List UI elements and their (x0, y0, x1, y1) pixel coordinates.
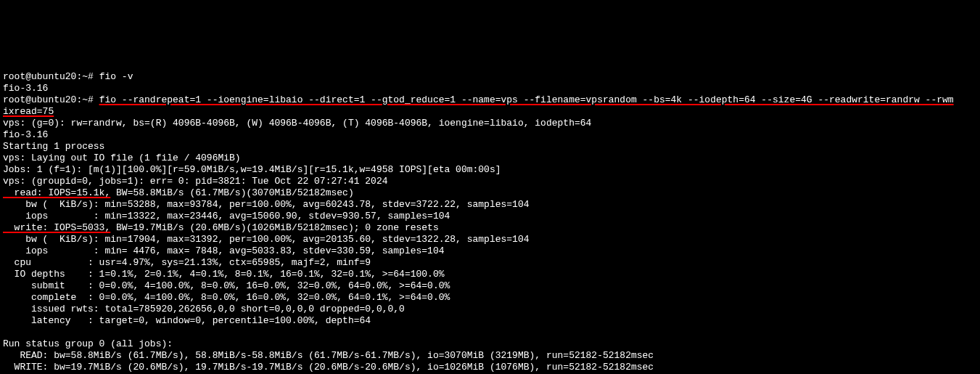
command-text-cont: ixread=75 (3, 106, 54, 117)
output-line: iops : min=13322, max=23446, avg=15060.9… (3, 211, 450, 221)
output-line: latency : target=0, window=0, percentile… (3, 315, 371, 326)
output-line: BW=19.7MiB/s (20.6MB/s)(1026MiB/52182mse… (110, 222, 438, 233)
output-line: bw ( KiB/s): min=17904, max=31392, per=1… (3, 234, 530, 245)
output-line: complete : 0=0.0%, 4=100.0%, 8=0.0%, 16=… (3, 292, 450, 303)
output-line: fio-3.16 (3, 129, 48, 140)
output-line: vps: Laying out IO file (1 file / 4096Mi… (3, 153, 241, 163)
output-line: Starting 1 process (3, 141, 104, 152)
output-line: vps: (groupid=0, jobs=1): err= 0: pid=38… (3, 176, 388, 187)
output-line: issued rwts: total=785920,262656,0,0 sho… (3, 304, 405, 314)
command-text: fio -v (99, 71, 133, 82)
command-text: fio --randrepeat=1 --ioengine=libaio --d… (99, 94, 954, 105)
output-line: cpu : usr=4.97%, sys=21.13%, ctx=65985, … (3, 257, 371, 268)
output-line: submit : 0=0.0%, 4=100.0%, 8=0.0%, 16=0.… (3, 280, 450, 291)
terminal-output[interactable]: root@ubuntu20:~# fio -v fio-3.16 root@ub… (0, 58, 980, 374)
output-line: BW=58.8MiB/s (61.7MB/s)(3070MiB/52182mse… (110, 187, 353, 198)
read-iops-line: read: IOPS=15.1k, (3, 187, 110, 198)
output-line: Run status group 0 (all jobs): (3, 338, 173, 349)
output-line: iops : min= 4476, max= 7848, avg=5033.83… (3, 245, 445, 256)
write-iops-line: write: IOPS=5033, (3, 222, 110, 233)
output-line: fio-3.16 (3, 83, 48, 94)
output-line: IO depths : 1=0.1%, 2=0.1%, 4=0.1%, 8=0.… (3, 269, 445, 280)
output-line: vps: (g=0): rw=randrw, bs=(R) 4096B-4096… (3, 118, 591, 129)
output-line: READ: bw=58.8MiB/s (61.7MB/s), 58.8MiB/s… (3, 350, 654, 361)
output-line: WRITE: bw=19.7MiB/s (20.6MB/s), 19.7MiB/… (3, 362, 654, 373)
shell-prompt: root@ubuntu20:~# (3, 94, 99, 105)
output-line: bw ( KiB/s): min=53288, max=93784, per=1… (3, 199, 530, 210)
shell-prompt: root@ubuntu20:~# (3, 71, 99, 82)
output-line: Jobs: 1 (f=1): [m(1)][100.0%][r=59.0MiB/… (3, 164, 501, 175)
